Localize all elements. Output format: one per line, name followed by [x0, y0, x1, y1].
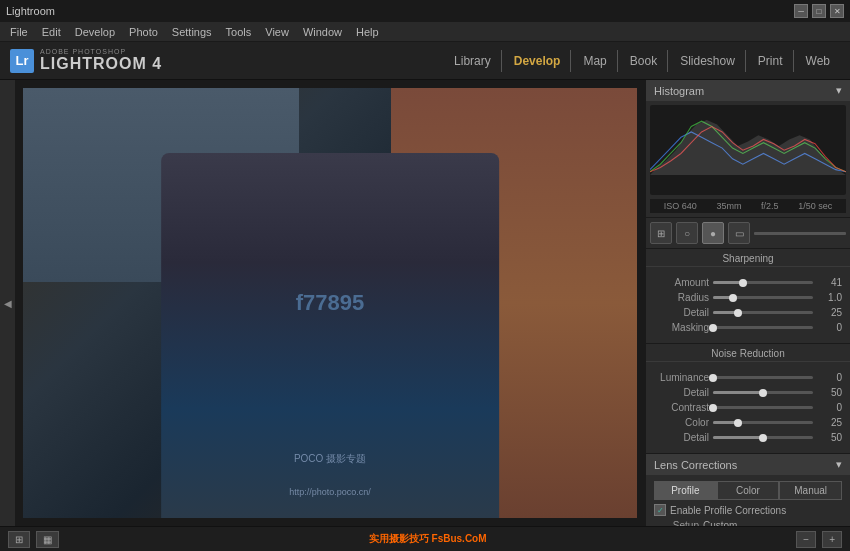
zoom-out-button[interactable]: −: [796, 531, 816, 548]
window-controls[interactable]: ─ □ ✕: [794, 4, 844, 18]
spot-heal-tool[interactable]: ○: [676, 222, 698, 244]
menu-help[interactable]: Help: [350, 24, 385, 40]
contrast-thumb[interactable]: [709, 404, 717, 412]
nav-print[interactable]: Print: [748, 50, 794, 72]
color-row: Color 25: [654, 417, 842, 428]
masking-slider[interactable]: [713, 326, 813, 329]
tab-color[interactable]: Color: [717, 481, 780, 500]
lens-corrections-header[interactable]: Lens Corrections ▾: [646, 454, 850, 475]
masking-row: Masking 0: [654, 322, 842, 333]
color-slider[interactable]: [713, 421, 813, 424]
setup-value: Custom: [703, 520, 737, 526]
photo-subject-bg: [161, 153, 499, 519]
noise-reduction-title: Noise Reduction: [646, 344, 850, 362]
masking-thumb[interactable]: [709, 324, 717, 332]
zoom-in-button[interactable]: +: [822, 531, 842, 548]
noise-reduction-section: Noise Reduction Luminance 0 Detail: [646, 344, 850, 454]
amount-thumb[interactable]: [739, 279, 747, 287]
main-area: ◀ f77895 POCO 摄影专题 http://photo.poco.cn/: [0, 80, 850, 526]
view-mode-button[interactable]: ⊞: [8, 531, 30, 548]
menu-view[interactable]: View: [259, 24, 295, 40]
lr-title: LIGHTROOM 4: [40, 55, 162, 73]
amount-row: Amount 41: [654, 277, 842, 288]
nr-detail-label: Detail: [654, 387, 709, 398]
logo-text: ADOBE PHOTOSHOP LIGHTROOM 4: [40, 48, 162, 73]
nr-detail-thumb[interactable]: [759, 389, 767, 397]
amount-label: Amount: [654, 277, 709, 288]
adjustment-brush-tool[interactable]: ●: [702, 222, 724, 244]
tool-divider: [754, 232, 846, 235]
adobe-text: ADOBE PHOTOSHOP: [40, 48, 162, 55]
nav-web[interactable]: Web: [796, 50, 840, 72]
setup-row: Setup Custom: [654, 520, 842, 526]
luminance-slider[interactable]: [713, 376, 813, 379]
color-detail-slider[interactable]: [713, 436, 813, 439]
sharpening-section: Sharpening Amount 41 Radius: [646, 249, 850, 344]
tab-manual[interactable]: Manual: [779, 481, 842, 500]
lens-tab-row: Profile Color Manual: [654, 481, 842, 500]
crop-tool[interactable]: ⊞: [650, 222, 672, 244]
nav-book[interactable]: Book: [620, 50, 668, 72]
enable-profile-checkbox[interactable]: ✓: [654, 504, 666, 516]
menu-window[interactable]: Window: [297, 24, 348, 40]
contrast-row: Contrast 0: [654, 402, 842, 413]
setup-label: Setup: [654, 520, 699, 526]
histogram-area: [650, 105, 846, 195]
photo-container[interactable]: f77895 POCO 摄影专题 http://photo.poco.cn/: [23, 88, 637, 518]
sharpening-title: Sharpening: [646, 249, 850, 267]
maximize-button[interactable]: □: [812, 4, 826, 18]
nav-develop[interactable]: Develop: [504, 50, 572, 72]
color-thumb[interactable]: [734, 419, 742, 427]
graduated-filter-tool[interactable]: ▭: [728, 222, 750, 244]
menu-file[interactable]: File: [4, 24, 34, 40]
nav-library[interactable]: Library: [444, 50, 502, 72]
lens-corrections-label: Lens Corrections: [654, 459, 737, 471]
radius-value: 1.0: [817, 292, 842, 303]
menubar: File Edit Develop Photo Settings Tools V…: [0, 22, 850, 42]
bottom-status: 实用摄影技巧 FsBus.CoM: [369, 532, 487, 546]
close-button[interactable]: ✕: [830, 4, 844, 18]
aperture-value: f/2.5: [761, 201, 779, 211]
radius-row: Radius 1.0: [654, 292, 842, 303]
right-panel: Histogram ▾ ISO 640 35mm f/2.5: [645, 80, 850, 526]
enable-profile-label: Enable Profile Corrections: [670, 505, 786, 516]
radius-thumb[interactable]: [729, 294, 737, 302]
detail-row: Detail 25: [654, 307, 842, 318]
tab-profile[interactable]: Profile: [654, 481, 717, 500]
menu-tools[interactable]: Tools: [220, 24, 258, 40]
titlebar-title: Lightroom: [6, 5, 55, 17]
radius-slider[interactable]: [713, 296, 813, 299]
lens-corrections-collapse-icon: ▾: [836, 458, 842, 471]
histogram-collapse-icon: ▾: [836, 84, 842, 97]
left-panel-toggle[interactable]: ◀: [0, 80, 15, 526]
luminance-thumb[interactable]: [709, 374, 717, 382]
camera-info: ISO 640 35mm f/2.5 1/50 sec: [650, 199, 846, 213]
color-label: Color: [654, 417, 709, 428]
histogram-chart: [650, 105, 846, 175]
color-detail-thumb[interactable]: [759, 434, 767, 442]
menu-settings[interactable]: Settings: [166, 24, 218, 40]
grid-button[interactable]: ▦: [36, 531, 59, 548]
iso-value: ISO 640: [664, 201, 697, 211]
nr-detail-value: 50: [817, 387, 842, 398]
nav-map[interactable]: Map: [573, 50, 617, 72]
detail-slider[interactable]: [713, 311, 813, 314]
color-detail-fill: [713, 436, 763, 439]
amount-slider[interactable]: [713, 281, 813, 284]
contrast-slider[interactable]: [713, 406, 813, 409]
svg-marker-0: [650, 120, 846, 175]
contrast-value: 0: [817, 402, 842, 413]
histogram-label: Histogram: [654, 85, 704, 97]
bottom-left-controls: ⊞ ▦: [8, 531, 59, 548]
color-detail-row: Detail 50: [654, 432, 842, 443]
detail-thumb[interactable]: [734, 309, 742, 317]
menu-edit[interactable]: Edit: [36, 24, 67, 40]
nr-detail-slider[interactable]: [713, 391, 813, 394]
menu-photo[interactable]: Photo: [123, 24, 164, 40]
masking-label: Masking: [654, 322, 709, 333]
shutter-value: 1/50 sec: [798, 201, 832, 211]
nav-slideshow[interactable]: Slideshow: [670, 50, 746, 72]
menu-develop[interactable]: Develop: [69, 24, 121, 40]
minimize-button[interactable]: ─: [794, 4, 808, 18]
histogram-header[interactable]: Histogram ▾: [646, 80, 850, 101]
